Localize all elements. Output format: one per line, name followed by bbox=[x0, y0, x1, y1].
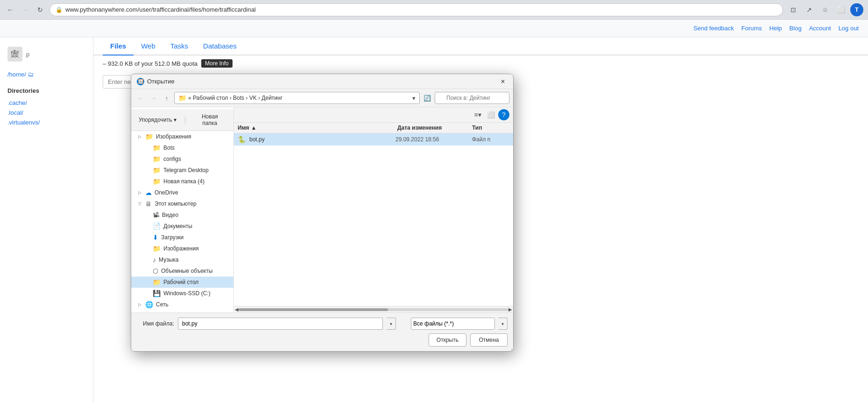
hscroll-right[interactable]: ▶ bbox=[508, 307, 512, 312]
file-list: Имя ▲ Дата изменения Тип 🐍 bot.py 29.09.… bbox=[234, 123, 513, 306]
view-toggle-button[interactable]: ⬜ bbox=[485, 109, 496, 120]
cube-icon: ⬡ bbox=[153, 267, 158, 275]
sidebar-home-path[interactable]: /home/ 🗂 bbox=[0, 69, 93, 80]
folder-icon: 🗂 bbox=[28, 71, 34, 78]
more-info-badge[interactable]: More Info bbox=[201, 59, 233, 68]
blog-link[interactable]: Blog bbox=[790, 25, 802, 32]
python-file-icon: 🐍 bbox=[238, 136, 246, 143]
tree-label: Загрузки bbox=[161, 234, 183, 241]
tab-tasks[interactable]: Tasks bbox=[163, 37, 196, 55]
tree-item-configs[interactable]: 📁 configs bbox=[131, 153, 233, 165]
view-options-button[interactable]: ≡▾ bbox=[472, 109, 483, 120]
resize-handle[interactable]: ⌟ bbox=[507, 345, 513, 351]
filetype-select[interactable]: Все файлы (*.*) bbox=[411, 318, 495, 330]
filename-input[interactable] bbox=[178, 318, 383, 330]
tree-label: Рабочий стол bbox=[163, 279, 198, 285]
sidebar-dir-local[interactable]: .local/ bbox=[0, 108, 93, 118]
profile-button[interactable]: T bbox=[850, 3, 863, 16]
dialog-bottom: Имя файла: ▾ Все файлы (*.*) ▾ Открыть О… bbox=[131, 312, 513, 351]
tree-item-images[interactable]: ▷ 📁 Изображения bbox=[131, 131, 233, 142]
filetype-chevron[interactable]: ▾ bbox=[498, 318, 508, 330]
tree-item-windows-ssd[interactable]: 💾 Windows-SSD (C:) bbox=[131, 288, 233, 299]
hscroll-thumb[interactable] bbox=[239, 308, 388, 311]
help-link[interactable]: Help bbox=[769, 25, 782, 32]
organize-chevron: ▾ bbox=[174, 117, 176, 123]
tree-item-desktop[interactable]: 📁 Рабочий стол bbox=[131, 277, 233, 288]
tree-label: configs bbox=[163, 156, 181, 162]
tree-item-mycomputer[interactable]: ▽ 🖥 Этот компьютер bbox=[131, 198, 233, 209]
dialog-right-panel: ≡▾ ⬜ ? Имя ▲ Дата изменения Тип bbox=[234, 107, 513, 312]
tree-item-onedrive[interactable]: ▷ ☁ OneDrive bbox=[131, 187, 233, 198]
horizontal-scrollbar[interactable]: ◀ ▶ bbox=[234, 306, 513, 312]
account-link[interactable]: Account bbox=[809, 25, 831, 32]
tree-label: Сеть bbox=[156, 301, 169, 308]
address-bar[interactable]: 🔒 www.pythonanywhere.com/user/trafficcar… bbox=[49, 3, 783, 16]
file-type: Файл п bbox=[472, 136, 509, 143]
tab-databases[interactable]: Databases bbox=[196, 37, 244, 55]
back-button[interactable]: ← bbox=[5, 4, 16, 15]
cast-button[interactable]: ⊡ bbox=[787, 3, 800, 16]
tree-label: Видео bbox=[162, 212, 178, 218]
sidebar-dir-cache[interactable]: .cache/ bbox=[0, 98, 93, 108]
dialog-back-button[interactable]: ← bbox=[135, 92, 146, 104]
hscroll-left[interactable]: ◀ bbox=[235, 307, 239, 312]
toolbar-separator: | bbox=[184, 116, 186, 124]
col-type-header: Тип bbox=[472, 125, 509, 131]
dialog-refresh-button[interactable]: 🔄 bbox=[422, 92, 433, 104]
bookmark-button[interactable]: ☆ bbox=[819, 3, 832, 16]
music-icon: ♪ bbox=[153, 256, 156, 263]
tree-item-novaya[interactable]: 📁 Новая папка (4) bbox=[131, 176, 233, 187]
tab-files[interactable]: Files bbox=[103, 37, 134, 55]
reload-button[interactable]: ↻ bbox=[35, 4, 46, 15]
screenshot-button[interactable]: ↗ bbox=[803, 3, 816, 16]
tree-item-video[interactable]: 📽 Видео bbox=[131, 209, 233, 221]
dialog-title: 🪟 Открытие bbox=[137, 78, 175, 85]
expand-icon: ▷ bbox=[137, 134, 142, 139]
tree-item-images2[interactable]: 📁 Изображения bbox=[131, 243, 233, 254]
dialog-close-button[interactable]: ✕ bbox=[496, 76, 509, 87]
filetype-text: Все файлы (*.*) bbox=[413, 320, 454, 327]
download-icon: ⬇ bbox=[153, 234, 158, 241]
logout-link[interactable]: Log out bbox=[839, 25, 859, 32]
tree-item-music[interactable]: ♪ Музыка bbox=[131, 254, 233, 265]
new-folder-button[interactable]: Новая папка bbox=[190, 112, 230, 128]
dialog-address-bar[interactable]: 📁 « Рабочий стол › Bots › VK › Дейтинг ▾ bbox=[174, 92, 420, 104]
forums-link[interactable]: Forums bbox=[741, 25, 762, 32]
dialog-forward-button[interactable]: → bbox=[148, 92, 159, 104]
col-date-header: Дата изменения bbox=[397, 125, 472, 131]
tree-item-downloads[interactable]: ⬇ Загрузки bbox=[131, 232, 233, 243]
app-container: 🕸 p /home/ 🗂 Directories .cache/ .local/… bbox=[0, 37, 868, 402]
dialog-body: Упорядочить ▾ | Новая папка ▷ 📁 Изображе… bbox=[131, 107, 513, 312]
filename-chevron[interactable]: ▾ bbox=[387, 318, 396, 330]
sidebar-dir-virtualenvs[interactable]: .virtualenvs/ bbox=[0, 118, 93, 127]
tree-item-3d[interactable]: ⬡ Объемные объекты bbox=[131, 265, 233, 277]
dialog-title-icon: 🪟 bbox=[137, 78, 144, 85]
dialog-titlebar: 🪟 Открытие ✕ bbox=[131, 74, 513, 89]
tree-item-docs[interactable]: 📄 Документы bbox=[131, 221, 233, 232]
forward-button[interactable]: → bbox=[20, 4, 31, 15]
folder-icon: 📁 bbox=[145, 133, 153, 140]
open-button[interactable]: Открыть bbox=[429, 333, 466, 347]
organize-button[interactable]: Упорядочить ▾ bbox=[135, 115, 180, 125]
folder-icon: 📁 bbox=[153, 144, 161, 152]
send-feedback-link[interactable]: Send feedback bbox=[693, 25, 734, 32]
tree-label: Новая папка (4) bbox=[163, 178, 205, 185]
cancel-button[interactable]: Отмена bbox=[470, 333, 508, 347]
file-row-botpy[interactable]: 🐍 bot.py 29.09.2022 18:56 Файл п bbox=[234, 133, 513, 146]
file-date: 29.09.2022 18:56 bbox=[395, 136, 470, 143]
help-button[interactable]: ? bbox=[498, 109, 509, 120]
tree-item-telegram[interactable]: 📁 Telegram Desktop bbox=[131, 165, 233, 176]
home-link[interactable]: /home/ bbox=[7, 71, 26, 78]
tree-label: Музыка bbox=[159, 256, 178, 263]
dialog-up-button[interactable]: ↑ bbox=[161, 92, 172, 104]
hscroll-track bbox=[239, 308, 508, 311]
network-icon: 🌐 bbox=[145, 301, 153, 308]
window-button[interactable]: ⬜ bbox=[834, 3, 847, 16]
dialog-search-input[interactable] bbox=[435, 92, 509, 104]
tree-item-network[interactable]: ▷ 🌐 Сеть bbox=[131, 299, 233, 310]
quota-bar: – 932.0 KB of your 512.0 MB quota More I… bbox=[93, 55, 868, 71]
tab-web[interactable]: Web bbox=[134, 37, 163, 55]
tree-item-bots[interactable]: 📁 Bots bbox=[131, 142, 233, 153]
computer-icon: 🖥 bbox=[145, 200, 152, 208]
col-name-header[interactable]: Имя ▲ bbox=[238, 125, 397, 131]
